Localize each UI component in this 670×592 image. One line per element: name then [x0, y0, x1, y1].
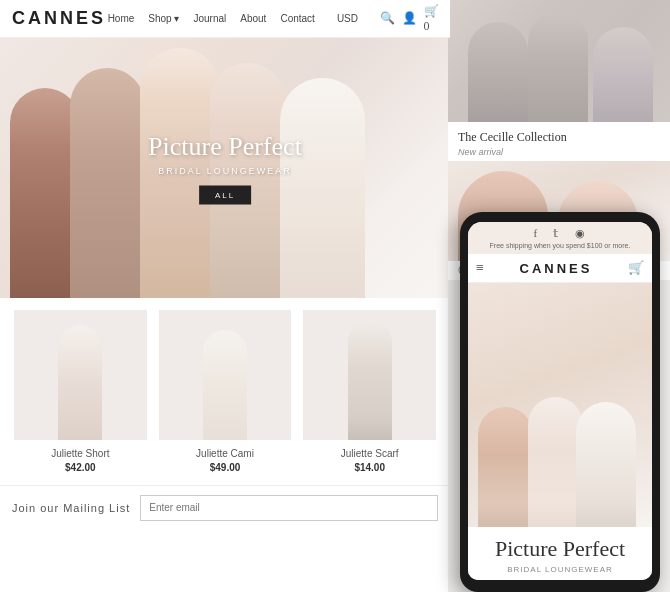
cart-icon[interactable]: 🛒 0 [424, 12, 438, 26]
mobile-figure-3 [576, 402, 636, 527]
collection-figure-3 [593, 27, 653, 122]
product-item-3[interactable]: Juliette Scarf $14.00 [297, 310, 442, 473]
nav-contact[interactable]: Contact [280, 13, 314, 24]
mobile-hero [468, 283, 652, 527]
nav-about[interactable]: About [240, 13, 266, 24]
desktop-site: CANNES Home Shop ▾ Journal About Contact… [0, 0, 450, 592]
mobile-text: Picture Perfect Bridal Loungewear [468, 527, 652, 580]
product-name-1: Juliette Short [14, 448, 147, 459]
mobile-topbar: f 𝕥 ◉ Free shipping when you spend $100 … [468, 222, 652, 254]
collection-image [448, 0, 670, 122]
product-image-2 [159, 310, 292, 440]
user-icon[interactable]: 👤 [402, 12, 416, 26]
hero-figure-2 [70, 68, 145, 298]
product-name-3: Juliette Scarf [303, 448, 436, 459]
mobile-device: f 𝕥 ◉ Free shipping when you spend $100 … [460, 212, 660, 592]
collection-title: The Cecille Collection [458, 130, 660, 145]
instagram-icon[interactable]: ◉ [575, 227, 587, 239]
hero-overlay: Picture Perfect Bridal Loungewear ALL [148, 132, 302, 205]
mobile-cart-icon[interactable]: 🛒 [628, 260, 644, 276]
site-nav: Home Shop ▾ Journal About Contact USD 🔍 … [108, 12, 438, 26]
search-icon[interactable]: 🔍 [380, 12, 394, 26]
nav-currency: USD [337, 13, 358, 24]
mobile-screen: f 𝕥 ◉ Free shipping when you spend $100 … [468, 222, 652, 580]
hero-section: Picture Perfect Bridal Loungewear ALL [0, 38, 450, 298]
product-figure-2 [185, 310, 265, 440]
site-header: CANNES Home Shop ▾ Journal About Contact… [0, 0, 450, 38]
collection-figure-1 [468, 22, 528, 122]
product-body-3 [348, 320, 392, 440]
product-figure-1 [41, 310, 121, 440]
hamburger-icon[interactable]: ≡ [476, 260, 484, 276]
facebook-icon[interactable]: f [533, 227, 539, 239]
nav-icons: 🔍 👤 🛒 0 [380, 12, 438, 26]
product-name-2: Juliette Cami [159, 448, 292, 459]
product-price-3: $14.00 [303, 462, 436, 473]
product-item-1[interactable]: Juliette Short $42.00 [8, 310, 153, 473]
product-figure-3 [330, 310, 410, 440]
product-grid: Juliette Short $42.00 Juliette Cami $49.… [0, 298, 450, 485]
mobile-hero-subtitle: Bridal Loungewear [478, 565, 642, 574]
mobile-shipping-text: Free shipping when you spend $100 or mor… [476, 242, 644, 249]
hero-button[interactable]: ALL [199, 186, 251, 205]
mobile-figure-2 [528, 397, 583, 527]
email-input[interactable] [140, 495, 438, 521]
hero-title: Picture Perfect [148, 132, 302, 162]
product-price-1: $42.00 [14, 462, 147, 473]
footer-cta: Join our Mailing List [12, 502, 130, 514]
mobile-logo: CANNES [520, 261, 593, 276]
mobile-header: ≡ CANNES 🛒 [468, 254, 652, 283]
collection-subtitle: New arrival [458, 147, 660, 157]
product-image-1 [14, 310, 147, 440]
nav-shop[interactable]: Shop ▾ [148, 13, 179, 24]
hero-subtitle: Bridal Loungewear [148, 166, 302, 176]
product-image-3 [303, 310, 436, 440]
nav-home[interactable]: Home [108, 13, 135, 24]
mobile-social-icons: f 𝕥 ◉ [476, 227, 644, 240]
twitter-icon[interactable]: 𝕥 [553, 227, 560, 239]
site-footer: Join our Mailing List [0, 485, 450, 529]
collection-label: The Cecille Collection New arrival [448, 122, 670, 161]
mobile-figure-1 [478, 407, 533, 527]
mobile-hero-title: Picture Perfect [478, 537, 642, 561]
product-body-1 [58, 325, 102, 440]
collection-figure-2 [528, 12, 588, 122]
site-logo: CANNES [12, 8, 106, 29]
product-item-2[interactable]: Juliette Cami $49.00 [153, 310, 298, 473]
product-body-2 [203, 330, 247, 440]
product-price-2: $49.00 [159, 462, 292, 473]
nav-journal[interactable]: Journal [193, 13, 226, 24]
